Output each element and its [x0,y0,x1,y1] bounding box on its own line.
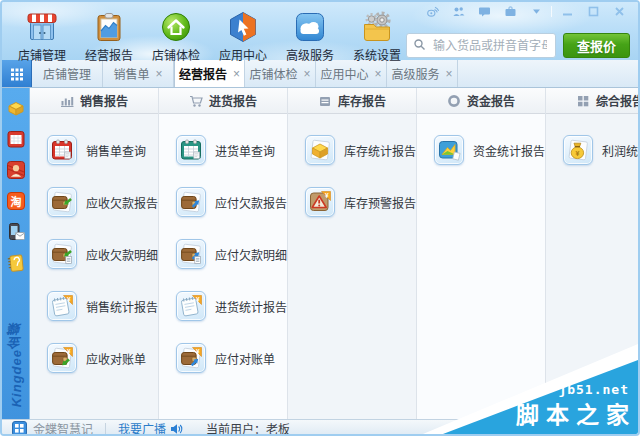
health-check-icon [159,10,193,44]
gold-box-icon [305,135,335,165]
toolbar-item-system-settings[interactable]: 系统设置 [345,10,409,63]
cloud-service-icon [293,10,327,44]
tab-label: 应用中心 [320,65,368,82]
column-title: 进货报告 [209,92,257,109]
tab-app-center[interactable]: 应用中心× [316,60,387,87]
status-bar: 金蝶智慧记 我要广播 当前用户： 老板 [2,419,638,436]
close-icon[interactable] [606,3,632,19]
report-menu-item[interactable]: ¥利润统计报告 [563,135,640,165]
tab-close-icon[interactable]: × [156,67,163,81]
tab-close-icon[interactable]: × [233,67,240,81]
report-menu-item-label: 库存预警报告 [344,194,416,211]
app-center-icon [226,10,260,44]
report-menu-item[interactable]: 资金统计报告 [434,135,545,165]
settings-icon [360,10,394,44]
toolbar-item-business-report[interactable]: 经营报告 [77,10,141,63]
svg-text:¥: ¥ [196,348,200,355]
weibo-icon[interactable] [419,3,445,19]
customer-vip-icon[interactable] [5,159,27,181]
notebook-icon[interactable] [5,252,27,274]
toolbar-item-app-center[interactable]: 应用中心 [211,10,275,63]
report-columns: 销售报告销售单查询应收欠款报告应收欠款明细¥销售统计报告¥应收对账单进货报告进货… [30,88,640,419]
toolbar-item-label: 店铺管理 [18,46,66,63]
column-title: 综合报告 [596,92,640,109]
wallet-pay-detail-icon [176,239,206,269]
column-items: 销售单查询应收欠款报告应收欠款明细¥销售统计报告¥应收对账单 [30,114,158,395]
tabs: 店铺管理销售单×经营报告×店铺体检×应用中心×高级服务× [32,60,638,87]
report-menu-item-label: 应付欠款明细 [215,246,287,263]
taobao-icon[interactable]: 淘 [5,190,27,212]
titlebar: 店铺管理经营报告店铺体检应用中心高级服务系统设置 查报价 [2,2,638,60]
toolbar-item-label: 系统设置 [353,46,401,63]
report-menu-item[interactable]: ¥应付对账单 [176,343,287,373]
minimize-icon[interactable] [554,3,580,19]
contacts-icon[interactable] [445,3,471,19]
workspace-icon[interactable] [497,3,523,19]
search-input[interactable] [431,38,549,54]
search-box[interactable] [406,33,556,58]
broadcast-link[interactable]: 我要广播 [118,420,166,436]
report-menu-item[interactable]: 应付欠款明细 [176,239,287,269]
coin-icon [447,94,461,108]
calendar-red-icon [47,135,77,165]
wallet-pay-icon [176,187,206,217]
goods-icon[interactable] [5,97,27,119]
wallet-receive-detail-icon [47,239,77,269]
report-menu-item[interactable]: ¥库存预警报告 [305,187,416,217]
report-menu-item[interactable]: 应付欠款报告 [176,187,287,217]
report-menu-item-label: 库存统计报告 [344,142,416,159]
quote-price-button[interactable]: 查报价 [563,33,630,58]
svg-text:¥: ¥ [196,296,200,303]
column-title: 销售报告 [80,92,128,109]
report-menu-item[interactable]: 应收欠款报告 [47,187,158,217]
bar-chart-icon [60,94,74,108]
maximize-icon[interactable] [580,3,606,19]
tab-label: 销售单 [113,65,149,82]
tab-sales-order[interactable]: 销售单× [103,60,174,87]
report-menu-item[interactable]: 应收欠款明细 [47,239,158,269]
tab-store-manage[interactable]: 店铺管理 [32,60,103,87]
phone-sms-icon[interactable] [5,221,27,243]
report-column-funds: 资金报告资金统计报告 [417,88,546,419]
toolbar-item-shop-checkup[interactable]: 店铺体检 [144,10,208,63]
report-menu-item[interactable]: ¥销售统计报告 [47,291,158,321]
search-area: 查报价 [406,33,630,58]
column-header: 库存报告 [288,88,416,114]
toolbar-item-store-manage[interactable]: 店铺管理 [10,10,74,63]
report-clipboard-icon [92,10,126,44]
grid-launcher-button[interactable] [2,60,32,87]
report-menu-item[interactable]: 库存统计报告 [305,135,416,165]
svg-text:¥: ¥ [325,192,329,199]
toolbar-item-label: 高级服务 [286,46,334,63]
tab-close-icon[interactable]: × [375,67,382,81]
search-icon [413,37,431,55]
column-items: 进货单查询应付欠款报告应付欠款明细¥进货统计报告¥应付对账单 [159,114,287,395]
statusbar-brand: 金蝶智慧记 [33,420,93,436]
report-menu-item[interactable]: 销售单查询 [47,135,158,165]
report-menu-item[interactable]: 进货单查询 [176,135,287,165]
tab-close-icon[interactable]: × [304,67,311,81]
smartbiz-logo-icon [12,421,27,436]
report-menu-item[interactable]: ¥进货统计报告 [176,291,287,321]
collapse-icon[interactable] [523,3,549,19]
column-header: 进货报告 [159,88,287,114]
tab-shop-checkup[interactable]: 店铺体检× [245,60,316,87]
toolbar-item-advanced-service[interactable]: 高级服务 [278,10,342,63]
storefront-icon [25,10,59,44]
tab-close-icon[interactable]: × [446,67,453,81]
report-menu-item-label: 应收对账单 [86,350,146,367]
tab-label: 店铺管理 [43,65,91,82]
calendar-green-icon [176,135,206,165]
main-area: 淘Kingdee金蝶 销售报告销售单查询应收欠款报告应收欠款明细¥销售统计报告¥… [2,88,638,419]
report-menu-item-label: 销售统计报告 [86,298,158,315]
tab-advanced-service[interactable]: 高级服务× [387,60,458,87]
report-menu-item[interactable]: ¥应收对账单 [47,343,158,373]
warning-yen-icon: ¥ [305,187,335,217]
feedback-icon[interactable] [471,3,497,19]
column-header: 综合报告 [546,88,640,114]
current-user-label: 当前用户： [206,420,266,436]
sales-note-icon[interactable] [5,128,27,150]
tab-business-report[interactable]: 经营报告× [174,60,245,87]
svg-text:¥: ¥ [67,348,71,355]
speaker-icon[interactable] [170,423,184,435]
